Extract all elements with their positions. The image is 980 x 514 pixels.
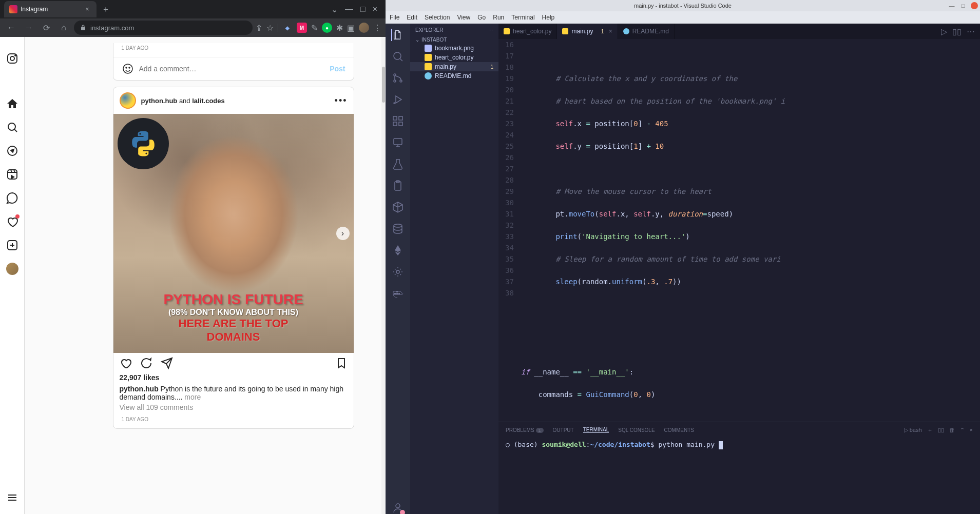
menu-icon[interactable] bbox=[6, 491, 18, 504]
more-link[interactable]: more bbox=[184, 393, 201, 401]
menu-help[interactable]: Help bbox=[542, 14, 555, 21]
editor-tab[interactable]: heart_color.py bbox=[498, 24, 557, 39]
menu-file[interactable]: File bbox=[390, 14, 399, 21]
post-button[interactable]: Post bbox=[330, 65, 345, 73]
tab-comments[interactable]: Comments bbox=[664, 427, 694, 433]
post-avatar[interactable] bbox=[120, 92, 136, 109]
database-icon[interactable] bbox=[392, 223, 404, 235]
close-icon[interactable]: × bbox=[373, 5, 377, 14]
minimize-icon[interactable]: — bbox=[948, 2, 955, 9]
emoji-icon[interactable] bbox=[122, 63, 134, 75]
editor-tab[interactable]: main.py 1 × bbox=[557, 24, 618, 39]
file-item[interactable]: bookmark.png bbox=[410, 44, 498, 53]
search-icon[interactable] bbox=[392, 50, 404, 63]
share-icon[interactable] bbox=[161, 357, 173, 369]
notifications-icon[interactable] bbox=[6, 215, 18, 228]
caption-author[interactable]: python.hub bbox=[120, 385, 159, 393]
testing-icon[interactable] bbox=[392, 158, 404, 170]
tab-problems[interactable]: Problems1 bbox=[506, 427, 544, 433]
accounts-icon[interactable] bbox=[392, 502, 404, 514]
menu-terminal[interactable]: Terminal bbox=[511, 14, 534, 21]
chevron-down-icon[interactable]: ⌄ bbox=[331, 5, 338, 14]
scrollbar-track[interactable] bbox=[381, 37, 386, 514]
file-item[interactable]: README.md bbox=[410, 71, 498, 81]
extensions-icon[interactable] bbox=[392, 115, 404, 127]
split-icon[interactable]: ▯▯ bbox=[952, 27, 962, 36]
menu-view[interactable]: View bbox=[457, 14, 470, 21]
minimize-icon[interactable]: — bbox=[345, 5, 353, 14]
split-terminal-icon[interactable]: ▯▯ bbox=[938, 427, 944, 433]
maximize-icon[interactable]: □ bbox=[959, 2, 967, 9]
extension-icon[interactable]: ✎ bbox=[311, 23, 318, 33]
ethereum-icon[interactable] bbox=[392, 244, 404, 256]
explore-icon[interactable] bbox=[6, 145, 18, 157]
extension-icon[interactable]: ◆ bbox=[282, 23, 293, 33]
menu-run[interactable]: Run bbox=[493, 14, 504, 21]
terminal[interactable]: ○ (base) soumik@dell:~/code/instabot$ py… bbox=[498, 438, 980, 514]
docker-icon[interactable] bbox=[392, 287, 404, 300]
settings-sync-icon[interactable] bbox=[392, 266, 404, 278]
tab-sql[interactable]: SQL Console bbox=[618, 427, 655, 433]
author-link[interactable]: lalit.codes bbox=[192, 97, 225, 105]
run-debug-icon[interactable] bbox=[392, 93, 404, 106]
clipboard-icon[interactable] bbox=[392, 180, 404, 192]
menu-selection[interactable]: Selection bbox=[425, 14, 450, 21]
close-icon[interactable] bbox=[971, 2, 978, 9]
url-input[interactable]: instagram.com bbox=[74, 21, 253, 35]
extension-icon[interactable]: M bbox=[297, 23, 307, 33]
profile-avatar[interactable] bbox=[6, 263, 18, 275]
terminal-launch[interactable]: ▷ bash bbox=[904, 427, 922, 433]
code-editor[interactable]: 1617181920212223242526272829303132333435… bbox=[498, 39, 980, 422]
author-link[interactable]: python.hub bbox=[141, 97, 178, 105]
like-icon[interactable] bbox=[120, 357, 132, 369]
more-icon[interactable]: ⋮ bbox=[373, 23, 381, 33]
file-item[interactable]: main.py1 bbox=[410, 62, 498, 71]
post-menu-button[interactable]: ••• bbox=[335, 95, 348, 106]
editor-tab[interactable]: README.md bbox=[618, 24, 675, 39]
share-icon[interactable]: ⇪ bbox=[256, 23, 262, 33]
menu-edit[interactable]: Edit bbox=[407, 14, 417, 21]
maximize-panel-icon[interactable]: ⌃ bbox=[960, 427, 965, 433]
likes-count[interactable]: 22,907 likes bbox=[113, 373, 354, 385]
explorer-icon[interactable] bbox=[391, 29, 403, 41]
back-button[interactable]: ← bbox=[4, 21, 18, 35]
package-icon[interactable] bbox=[392, 201, 404, 213]
panel-icon[interactable]: ▣ bbox=[347, 23, 355, 33]
close-panel-icon[interactable]: × bbox=[970, 427, 973, 433]
code-content[interactable]: # Calculate the x and y coordinates of t… bbox=[519, 39, 980, 422]
forward-button[interactable]: → bbox=[22, 21, 36, 35]
file-item[interactable]: heart_color.py bbox=[410, 53, 498, 62]
maximize-icon[interactable]: □ bbox=[360, 5, 366, 14]
project-folder[interactable]: ⌄ INSTABOT bbox=[410, 36, 498, 44]
extensions-icon[interactable]: ✱ bbox=[336, 23, 343, 33]
bookmark-icon[interactable] bbox=[335, 357, 348, 369]
menu-go[interactable]: Go bbox=[477, 14, 486, 21]
run-icon[interactable]: ▷ bbox=[941, 27, 947, 36]
reload-button[interactable]: ⟳ bbox=[39, 21, 53, 35]
post-image[interactable]: PYTHON IS FUTURE (98% DON'T KNOW ABOUT T… bbox=[113, 114, 354, 353]
home-icon[interactable] bbox=[6, 97, 18, 110]
star-icon[interactable]: ☆ bbox=[266, 23, 274, 33]
profile-avatar[interactable] bbox=[359, 23, 369, 33]
add-terminal-icon[interactable]: ＋ bbox=[927, 426, 933, 434]
messages-icon[interactable] bbox=[6, 192, 18, 204]
new-tab-button[interactable]: ＋ bbox=[99, 2, 113, 16]
more-icon[interactable]: ⋯ bbox=[967, 27, 975, 36]
close-icon[interactable]: × bbox=[83, 5, 91, 13]
source-control-icon[interactable] bbox=[392, 72, 404, 84]
search-icon[interactable] bbox=[6, 121, 18, 133]
tab-terminal[interactable]: Terminal bbox=[583, 427, 609, 433]
remote-icon[interactable] bbox=[392, 136, 404, 149]
comment-input[interactable] bbox=[139, 65, 325, 73]
next-image-button[interactable]: › bbox=[336, 227, 350, 240]
tab-output[interactable]: Output bbox=[553, 427, 574, 433]
create-icon[interactable] bbox=[6, 239, 18, 251]
scrollbar-thumb[interactable] bbox=[382, 67, 385, 103]
more-icon[interactable]: ⋯ bbox=[488, 27, 493, 33]
instagram-logo-icon[interactable] bbox=[6, 52, 18, 65]
close-icon[interactable]: × bbox=[607, 28, 612, 35]
comment-icon[interactable] bbox=[140, 357, 152, 369]
extension-icon[interactable]: ● bbox=[322, 23, 332, 33]
home-button[interactable]: ⌂ bbox=[56, 21, 71, 35]
browser-tab-instagram[interactable]: Instagram × bbox=[4, 1, 97, 17]
